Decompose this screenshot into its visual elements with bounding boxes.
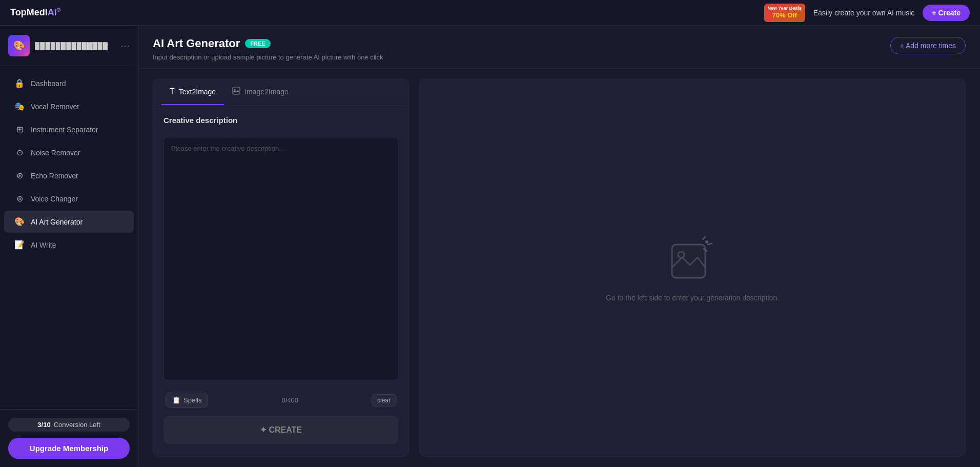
sidebar-item-label: AI Write (31, 241, 56, 249)
noise-remover-icon: ⊙ (14, 148, 25, 157)
sidebar-item-noise-remover[interactable]: ⊙ Noise Remover (4, 141, 134, 164)
ai-art-generator-icon: 🎨 (14, 217, 25, 227)
sidebar-item-ai-art-generator[interactable]: 🎨 AI Art Generator (4, 211, 134, 233)
right-panel: Go to the left side to enter your genera… (419, 79, 966, 457)
user-section: 🎨 ██████████████ ⋯ (0, 26, 138, 66)
topbar-right: New Year Deals 70% Off Easily create you… (764, 4, 970, 22)
new-year-banner: New Year Deals 70% Off (764, 4, 805, 22)
add-more-times-button[interactable]: + Add more times (890, 37, 966, 54)
page-title-section: AI Art Generator FREE Input description … (153, 37, 383, 61)
content-area: AI Art Generator FREE Input description … (138, 26, 980, 467)
left-panel: T Text2Image Image2Image (153, 79, 409, 457)
topbar-tagline: Easily create your own AI music (813, 9, 915, 17)
svg-point-4 (705, 240, 708, 243)
deal-pct: 70% Off (772, 11, 797, 19)
tab-bar: T Text2Image Image2Image (153, 79, 409, 106)
char-count: 0/400 (281, 396, 298, 404)
new-year-line1: New Year Deals (768, 6, 802, 11)
sidebar-item-label: Dashboard (31, 79, 66, 88)
upgrade-membership-button[interactable]: Upgrade Membership (8, 438, 130, 459)
main-layout: 🎨 ██████████████ ⋯ 🔒 Dashboard 🎭 Vocal R… (0, 26, 980, 467)
conversion-count: 3/10 (37, 421, 50, 429)
spells-label: Spells (183, 396, 201, 404)
spells-icon: 📋 (172, 396, 180, 404)
text2image-icon: T (170, 87, 175, 96)
sidebar-item-label: Instrument Separator (31, 126, 98, 134)
echo-remover-icon: ⊛ (14, 171, 25, 180)
sidebar-item-ai-write[interactable]: 📝 AI Write (4, 234, 134, 256)
preview-placeholder-text: Go to the left side to enter your genera… (606, 294, 779, 302)
sidebar-item-label: Voice Changer (31, 195, 78, 203)
sidebar-item-label: Noise Remover (31, 149, 80, 157)
page-subtitle: Input description or upload sample pictu… (153, 53, 383, 61)
sidebar-item-dashboard[interactable]: 🔒 Dashboard (4, 72, 134, 94)
sidebar-item-voice-changer[interactable]: ⊚ Voice Changer (4, 188, 134, 210)
textarea-footer: 📋 Spells 0/400 clear (164, 389, 398, 408)
tab-image2image[interactable]: Image2Image (224, 79, 297, 105)
avatar: 🎨 (8, 35, 30, 56)
preview-svg (667, 234, 718, 286)
creative-description-input[interactable] (164, 137, 398, 380)
ai-write-icon: 📝 (14, 240, 25, 250)
logo-text: TopMediAi® (10, 7, 60, 18)
image2image-icon (232, 87, 240, 97)
sidebar-item-vocal-remover[interactable]: 🎭 Vocal Remover (4, 95, 134, 117)
preview-placeholder-icon (667, 234, 718, 286)
clear-button[interactable]: clear (372, 394, 396, 407)
topbar-create-button[interactable]: + Create (923, 5, 970, 21)
sidebar-item-instrument-separator[interactable]: ⊞ Instrument Separator (4, 118, 134, 140)
logo: TopMediAi® (10, 7, 60, 18)
section-label: Creative description (164, 116, 398, 125)
sidebar-bottom: 3/10 Conversion Left Upgrade Membership (0, 409, 138, 467)
main-content: T Text2Image Image2Image (138, 69, 980, 467)
sidebar-item-label: Echo Remover (31, 172, 78, 180)
spells-button[interactable]: 📋 Spells (166, 393, 208, 408)
page-title-row: AI Art Generator FREE (153, 37, 383, 50)
conversion-label: Conversion Left (54, 421, 100, 429)
tab-image2image-label: Image2Image (244, 88, 289, 96)
vocal-remover-icon: 🎭 (14, 101, 25, 111)
panel-body: Creative description 📋 Spells 0/400 clea… (153, 106, 409, 456)
tab-text2image-label: Text2Image (179, 88, 216, 96)
user-name: ██████████████ (35, 42, 108, 50)
user-more-dots[interactable]: ⋯ (120, 40, 130, 51)
sidebar-item-echo-remover[interactable]: ⊛ Echo Remover (4, 165, 134, 187)
free-badge: FREE (245, 39, 270, 48)
logo-reg: ® (57, 7, 60, 13)
nav-items: 🔒 Dashboard 🎭 Vocal Remover ⊞ Instrument… (0, 66, 138, 409)
topbar: TopMediAi® New Year Deals 70% Off Easily… (0, 0, 980, 26)
page-header: AI Art Generator FREE Input description … (138, 26, 980, 69)
sidebar: 🎨 ██████████████ ⋯ 🔒 Dashboard 🎭 Vocal R… (0, 26, 138, 467)
svg-rect-0 (233, 87, 240, 94)
page-title: AI Art Generator (153, 37, 240, 50)
voice-changer-icon: ⊚ (14, 194, 25, 204)
instrument-separator-icon: ⊞ (14, 125, 25, 134)
sidebar-item-label: AI Art Generator (31, 218, 83, 226)
create-button[interactable]: ✦ CREATE (164, 416, 398, 444)
dashboard-icon: 🔒 (14, 78, 25, 88)
tab-text2image[interactable]: T Text2Image (161, 79, 224, 105)
conversion-left: 3/10 Conversion Left (8, 418, 130, 432)
sidebar-item-label: Vocal Remover (31, 103, 79, 111)
